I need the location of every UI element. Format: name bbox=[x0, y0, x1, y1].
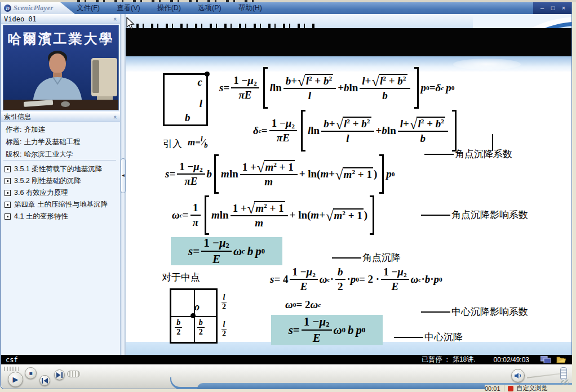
annotation-text: 角点沉降影响系数 bbox=[451, 208, 528, 221]
desk-graphic bbox=[3, 100, 118, 110]
label-c: c bbox=[198, 76, 202, 88]
intro-label: 引入 bbox=[163, 137, 182, 150]
annotation-dash bbox=[332, 257, 361, 259]
menubar: 文件(F) 查看(V) 操作(D) 选项(P) 帮助(H) bbox=[68, 2, 271, 14]
clipped-title-text-tips bbox=[129, 24, 318, 28]
monitor-graphic bbox=[91, 58, 117, 101]
chapter-label: 3.5.1 柔性荷载下的地基沉降 bbox=[14, 164, 102, 174]
midpoint-diagram: o b2 b2 bbox=[170, 288, 218, 344]
sidebar-collapse-handle[interactable]: ◄ bbox=[121, 158, 126, 193]
label-l-half: l2 bbox=[220, 293, 228, 311]
previous-button[interactable] bbox=[39, 375, 50, 386]
chapter-item[interactable]: 第四章 土的压缩性与地基沉降 bbox=[1, 199, 120, 211]
chapter-item[interactable]: 4.1 土的变形特性 bbox=[1, 211, 120, 222]
label-b: b bbox=[185, 112, 190, 124]
video-metadata: 作者: 齐加连 标题: 土力学及基础工程 版权: 哈尔滨工业大学 bbox=[1, 123, 120, 161]
app-logo-icon: D bbox=[4, 5, 11, 12]
meta-title: 标题: 土力学及基础工程 bbox=[1, 136, 120, 148]
formula-corner-settlement: s = 1 − μ2Eωcbp0 bbox=[188, 236, 265, 266]
chapter-label: 第四章 土的压缩性与地基沉降 bbox=[14, 200, 108, 210]
menu-view[interactable]: 查看(V) bbox=[108, 2, 149, 14]
meta-copyright: 版权: 哈尔滨工业大学 bbox=[1, 148, 120, 161]
formula-omega-c: ωc = 1πm ln 1 + √m2 + 1m + ln(m + √m2 + … bbox=[172, 195, 376, 235]
formula-delta-c: δc = 1 − μ2πEl ln b + √l2 + b2l + b ln l… bbox=[253, 110, 459, 152]
formula-corner-settlement-full: s = 1 − μ2πEl ln b + √l2 + b2l + b ln l … bbox=[219, 67, 455, 109]
display-mode-icon[interactable] bbox=[540, 356, 551, 363]
chapter-bullet-icon bbox=[5, 213, 11, 220]
format-label: csf bbox=[6, 356, 18, 364]
annotation-text: 角点沉降 bbox=[362, 251, 401, 264]
maximize-button[interactable]: □ bbox=[548, 5, 557, 12]
annotation-center-settlement: 中心沉降 bbox=[394, 331, 463, 344]
annotation-dash bbox=[421, 215, 450, 216]
app-title: ScenicPlayer bbox=[14, 4, 54, 12]
status-bar: csf 已暂停 ： 第18讲. 00:02/49:03 bbox=[1, 355, 572, 364]
browser-app-icon[interactable] bbox=[508, 386, 513, 391]
center-point-dot bbox=[190, 313, 196, 318]
annotation-center-influence: 中心沉降影响系数 bbox=[421, 305, 528, 318]
volume-track[interactable] bbox=[527, 373, 562, 378]
midpoint-label: 对于中点 bbox=[162, 271, 200, 284]
mouse-cursor bbox=[126, 17, 135, 30]
chapter-label: 3.5.2 刚性基础的沉降 bbox=[14, 176, 81, 186]
screen: 文件(F) 查看(V) 操作(D) 选项(P) 帮助(H) – □ × D Sc… bbox=[0, 0, 576, 392]
chapter-bullet-icon bbox=[5, 166, 11, 172]
slide-area: c l b s = 1 − μ2πEl ln b + √l2 + b2l + b… bbox=[126, 14, 571, 357]
titlebar[interactable]: 文件(F) 查看(V) 操作(D) 选项(P) 帮助(H) – □ × D Sc… bbox=[1, 2, 571, 14]
meta-value: 哈尔滨工业大学 bbox=[24, 150, 73, 159]
video-frame-graphic: 哈爾濱工業大學 bbox=[3, 25, 118, 110]
annotation-corner-settlement: 角点沉降 bbox=[332, 251, 401, 264]
meta-value: 齐加连 bbox=[24, 125, 45, 135]
chapter-label: 4.1 土的变形特性 bbox=[14, 212, 68, 221]
collapse-chevron-icon[interactable]: « bbox=[113, 17, 118, 20]
annotation-corner-influence: 角点沉降影响系数 bbox=[421, 208, 528, 221]
annotation-dash bbox=[421, 311, 450, 313]
meta-label: 作者: bbox=[6, 125, 21, 135]
label-o: o bbox=[194, 301, 200, 313]
next-button[interactable] bbox=[54, 369, 65, 380]
chapter-item[interactable]: 3.5.1 柔性荷载下的地基沉降 bbox=[1, 163, 120, 175]
chapter-label: 3.6 有效应力原理 bbox=[14, 188, 68, 198]
menu-action[interactable]: 操作(D) bbox=[149, 2, 189, 14]
lecture-video[interactable]: 哈爾濱工業大學 bbox=[3, 25, 119, 110]
scenicplayer-window: 文件(F) 查看(V) 操作(D) 选项(P) 帮助(H) – □ × D Sc… bbox=[0, 2, 572, 389]
formula-midpoint-expansion: s = 4 1 − μ2Eωc · b2 · p0 = 2 · 1 − μ2Eω… bbox=[270, 264, 442, 295]
menu-help[interactable]: 帮助(H) bbox=[230, 2, 271, 14]
metadata-separator bbox=[3, 160, 116, 161]
meta-label: 标题: bbox=[6, 137, 21, 147]
label-l-half: l2 bbox=[220, 320, 228, 338]
annotation-corner-coefficient: 角点沉降系数 bbox=[424, 148, 512, 161]
volume-handle[interactable] bbox=[560, 367, 567, 380]
corner-point-diagram: c l b bbox=[163, 73, 208, 126]
highlight-center-settlement: s = 1 − μ2Eω0bp0 bbox=[271, 315, 383, 345]
label-l: l bbox=[200, 97, 202, 110]
meta-author: 作者: 齐加连 bbox=[1, 123, 120, 136]
toolbar-grip[interactable] bbox=[4, 367, 19, 371]
mute-button[interactable] bbox=[511, 369, 525, 382]
stop-button[interactable]: ■ bbox=[25, 367, 37, 379]
play-button[interactable]: ▶ bbox=[8, 372, 23, 387]
intro-ratio-formula: m = l∕b bbox=[188, 135, 208, 150]
annotation-text: 中心沉降 bbox=[424, 331, 463, 344]
formula-omega-0: ω0 = 2 ωc bbox=[285, 297, 321, 313]
open-folder-icon[interactable] bbox=[556, 356, 566, 363]
label-b-half: b2 bbox=[175, 318, 182, 337]
decorative-cloud bbox=[453, 59, 521, 70]
index-panel-header[interactable]: 索引信息 « bbox=[1, 112, 120, 122]
university-calligraphy-text: 哈爾濱工業大學 bbox=[8, 32, 114, 46]
collapse-chevron-icon[interactable]: « bbox=[113, 115, 118, 118]
video-panel-header[interactable]: Video 01 « bbox=[1, 14, 120, 24]
chapter-item[interactable]: 3.6 有效应力原理 bbox=[1, 187, 120, 199]
menu-file[interactable]: 文件(F) bbox=[68, 2, 108, 14]
annotation-dash bbox=[394, 337, 423, 338]
highlight-corner-settlement: s = 1 − μ2Eωcbp0 bbox=[171, 237, 282, 265]
chapter-bullet-icon bbox=[5, 178, 11, 184]
seek-ribbed-widget[interactable] bbox=[67, 371, 80, 377]
menu-options[interactable]: 选项(P) bbox=[189, 2, 230, 14]
minimize-button[interactable]: – bbox=[538, 5, 547, 12]
corner-point-dot bbox=[205, 72, 210, 77]
meta-value: 土力学及基础工程 bbox=[24, 137, 80, 147]
chapter-item[interactable]: 3.5.2 刚性基础的沉降 bbox=[1, 175, 120, 187]
skip-forward-icon bbox=[56, 372, 63, 378]
close-button[interactable]: × bbox=[559, 5, 568, 12]
